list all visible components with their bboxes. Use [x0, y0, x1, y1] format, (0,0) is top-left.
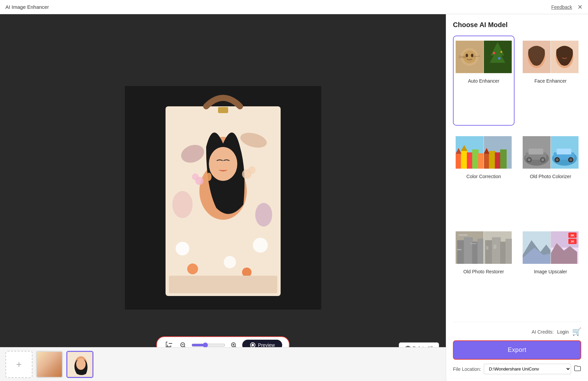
svg-point-16	[224, 256, 236, 268]
svg-rect-96	[477, 239, 484, 264]
model-card-old-photo-colorizer[interactable]: Old Photo Colorizer	[520, 131, 582, 221]
model-label-image-upscaler: Image Upscaler	[534, 269, 567, 274]
svg-rect-19	[169, 276, 277, 293]
thumbnail-item-1[interactable]	[36, 351, 63, 378]
svg-rect-64	[456, 154, 461, 169]
svg-rect-103	[500, 242, 506, 264]
svg-point-9	[209, 147, 237, 181]
model-label-auto-enhancer: Auto Enhancer	[468, 78, 499, 84]
svg-point-13	[248, 166, 256, 174]
svg-rect-97	[459, 234, 467, 236]
svg-point-61	[566, 52, 568, 54]
svg-rect-99	[457, 249, 461, 250]
title-bar-actions: Feedback ✕	[551, 4, 583, 10]
svg-rect-102	[492, 237, 501, 264]
svg-point-51	[500, 51, 502, 53]
thumbnail-strip: +	[0, 347, 446, 381]
svg-point-15	[253, 238, 268, 253]
model-card-auto-enhancer[interactable]: Auto Enhancer	[453, 36, 515, 126]
title-bar: AI Image Enhancer Feedback ✕	[0, 0, 588, 14]
model-card-old-photo-restorer[interactable]: Old Photo Restorer	[453, 226, 515, 316]
svg-point-17	[187, 263, 198, 274]
model-label-old-photo-restorer: Old Photo Restorer	[463, 269, 504, 274]
svg-point-88	[556, 158, 559, 161]
svg-rect-104	[505, 239, 511, 264]
svg-rect-98	[471, 243, 476, 244]
svg-point-6	[255, 203, 272, 227]
main-canvas-artwork	[125, 86, 321, 310]
model-image-old-photo-restorer	[456, 229, 512, 266]
model-grid: Auto Enhancer	[453, 36, 581, 316]
svg-rect-105	[486, 246, 488, 250]
model-image-color-correction	[456, 134, 512, 171]
svg-point-45	[471, 54, 473, 57]
model-label-color-correction: Color Correction	[466, 174, 501, 179]
model-card-image-upscaler[interactable]: 8K 2K Image Upscaler	[520, 226, 582, 316]
svg-point-50	[493, 52, 495, 54]
svg-point-52	[498, 57, 500, 60]
close-button[interactable]: ✕	[578, 4, 583, 10]
svg-point-44	[466, 54, 468, 57]
main-layout: Preview Delete All +	[0, 14, 588, 381]
svg-rect-66	[467, 152, 473, 169]
svg-rect-95	[472, 242, 478, 264]
add-icon: +	[16, 359, 22, 370]
bottom-panel: AI Credits: Login 🛒 Export File Location…	[453, 322, 581, 374]
credits-label: AI Credits:	[531, 329, 553, 335]
canvas-area: Preview Delete All +	[0, 14, 446, 381]
file-location-select[interactable]: D:\Wondershare UniConv	[484, 364, 571, 374]
model-card-face-enhancer[interactable]: Face Enhancer	[520, 36, 582, 126]
add-image-button[interactable]: +	[5, 351, 32, 378]
thumbnail-item-2[interactable]	[66, 351, 93, 378]
model-image-old-photo-colorizer	[523, 134, 579, 171]
export-button[interactable]: Export	[453, 340, 581, 360]
svg-rect-86	[557, 148, 571, 154]
model-card-color-correction[interactable]: Color Correction	[453, 131, 515, 221]
svg-rect-106	[493, 245, 496, 249]
model-image-auto-enhancer	[456, 38, 512, 76]
svg-point-90	[569, 158, 572, 161]
svg-rect-65	[461, 151, 467, 168]
right-panel: Choose AI Model	[446, 14, 588, 381]
svg-point-82	[541, 158, 544, 161]
svg-point-39	[76, 358, 86, 370]
svg-rect-2	[218, 107, 228, 113]
svg-rect-73	[500, 149, 507, 169]
folder-icon-button[interactable]	[574, 364, 581, 374]
svg-rect-70	[484, 154, 489, 169]
svg-rect-68	[478, 153, 484, 168]
app-title: AI Image Enhancer	[5, 4, 49, 10]
svg-point-20	[206, 173, 212, 181]
svg-point-18	[242, 268, 252, 277]
svg-point-11	[192, 173, 199, 180]
cart-icon[interactable]: 🛒	[572, 327, 581, 336]
svg-rect-78	[528, 148, 543, 154]
login-button[interactable]: Login	[557, 329, 569, 335]
svg-point-60	[561, 52, 563, 54]
canvas-image-container	[0, 33, 446, 362]
svg-point-29	[252, 344, 254, 346]
file-location-label: File Location:	[453, 366, 481, 372]
svg-rect-67	[472, 149, 479, 169]
panel-title: Choose AI Model	[453, 21, 581, 29]
svg-text:2K: 2K	[570, 240, 574, 244]
svg-rect-71	[489, 151, 495, 168]
svg-point-14	[176, 242, 189, 255]
model-image-face-enhancer	[523, 38, 579, 76]
model-image-image-upscaler: 8K 2K	[523, 229, 579, 266]
svg-rect-93	[457, 240, 464, 264]
svg-rect-101	[485, 240, 493, 264]
svg-rect-94	[464, 237, 473, 264]
credits-row: AI Credits: Login 🛒	[453, 327, 581, 336]
feedback-link[interactable]: Feedback	[551, 4, 572, 10]
svg-text:8K: 8K	[570, 234, 574, 237]
file-location-row: File Location: D:\Wondershare UniConv	[453, 364, 581, 374]
model-label-face-enhancer: Face Enhancer	[535, 78, 567, 84]
svg-point-5	[172, 191, 193, 218]
model-label-old-photo-colorizer: Old Photo Colorizer	[530, 174, 571, 179]
svg-point-80	[527, 158, 530, 161]
svg-rect-72	[495, 152, 501, 169]
